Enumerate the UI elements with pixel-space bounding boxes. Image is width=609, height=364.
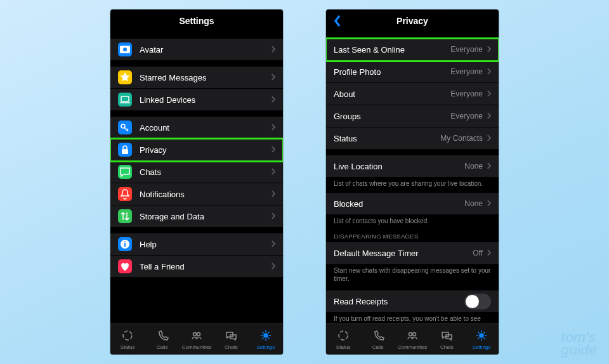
phone-icon [156,329,169,343]
back-button[interactable] [331,10,344,32]
arrows-icon [118,209,132,223]
settings-row-starred-messages[interactable]: Starred Messages [110,67,283,89]
avatar-icon [118,42,132,56]
tab-label: Status [336,344,351,350]
bell-icon [118,187,132,201]
read-receipts-toggle[interactable] [464,294,491,309]
svg-point-8 [197,332,200,335]
laptop-icon [118,93,132,107]
tab-communities[interactable]: Communities [395,324,429,354]
row-label: Profile Photo [334,67,450,77]
privacy-list[interactable]: Last Seen & OnlineEveryoneProfile PhotoE… [326,32,499,323]
row-label: Blocked [334,199,464,209]
settings-screen: Settings AvatarStarred MessagesLinked De… [110,10,283,354]
settings-row-help[interactable]: Help [110,233,283,256]
star-icon [118,70,132,84]
row-label: Privacy [140,145,271,155]
key-icon [118,120,132,134]
row-value: Everyone [450,89,483,98]
tab-label: Calls [372,344,384,350]
svg-point-9 [264,334,268,337]
settings-row-notifications[interactable]: Notifications [110,183,283,205]
tab-label: Chats [440,344,454,350]
gear-icon [475,329,488,343]
privacy-row-status[interactable]: StatusMy Contacts [326,127,499,149]
tab-label: Calls [157,344,168,350]
tab-calls[interactable]: Calls [145,324,179,354]
svg-point-6 [123,331,132,340]
section-hint: List of chats where you are sharing your… [326,177,499,189]
row-label: Notifications [140,190,271,199]
row-value: Everyone [450,67,483,76]
tab-chats[interactable]: Chats [214,324,248,354]
section-hint: List of contacts you have blocked. [326,214,499,226]
privacy-screen: Privacy Last Seen & OnlineEveryoneProfil… [326,10,499,354]
privacy-row-default-message-timer[interactable]: Default Message TimerOff [326,242,499,264]
svg-rect-2 [121,96,129,101]
settings-row-linked-devices[interactable]: Linked Devices [110,89,283,110]
tab-label: Status [121,344,135,350]
row-value: None [464,162,483,171]
row-value: Everyone [450,45,483,54]
section-hint: If you turn off read receipts, you won't… [326,312,499,323]
settings-row-storage-and-data[interactable]: Storage and Data [110,205,283,227]
row-value: My Contacts [440,134,483,143]
tab-status[interactable]: Status [110,324,145,354]
tab-settings[interactable]: Settings [249,324,283,354]
row-label: Tell a Friend [140,262,271,271]
settings-list[interactable]: AvatarStarred MessagesLinked DevicesAcco… [110,32,283,323]
row-value: Everyone [450,112,483,120]
gear-icon [259,329,272,343]
bubble-icon [118,165,132,179]
row-value: Off [473,249,483,257]
tab-communities[interactable]: Communities [180,324,214,354]
people-icon [190,329,203,343]
privacy-row-live-location[interactable]: Live LocationNone [326,155,499,177]
tab-settings[interactable]: Settings [464,324,499,354]
bubbles-icon [440,329,453,343]
ring-icon [121,329,134,343]
tab-label: Communities [398,344,428,350]
people-icon [406,329,419,343]
row-label: Read Receipts [334,297,464,306]
tab-chats[interactable]: Chats [429,324,464,354]
svg-point-13 [480,334,483,337]
privacy-row-read-receipts[interactable]: Read Receipts [326,290,499,312]
section-header: DISAPPEARING MESSAGES [326,226,499,242]
privacy-row-blocked[interactable]: BlockedNone [326,193,499,214]
row-label: Starred Messages [140,73,271,82]
svg-point-10 [339,331,348,340]
settings-row-chats[interactable]: Chats [110,161,283,183]
header: Settings [110,10,283,32]
row-label: Status [334,134,440,143]
row-label: Account [140,123,271,133]
row-label: Last Seen & Online [334,45,450,55]
tab-status[interactable]: Status [326,324,360,354]
privacy-row-profile-photo[interactable]: Profile PhotoEveryone [326,61,499,83]
privacy-row-about[interactable]: AboutEveryone [326,83,499,105]
tab-label: Communities [182,344,212,350]
lock-icon [118,143,132,157]
row-label: Storage and Data [140,212,271,221]
settings-row-account[interactable]: Account [110,117,283,139]
row-label: Help [140,240,271,249]
tab-label: Settings [472,344,490,350]
row-label: Groups [334,112,450,121]
svg-point-7 [193,332,197,335]
tab-label: Settings [256,344,275,350]
row-label: About [334,89,450,99]
svg-rect-4 [122,149,128,154]
privacy-row-groups[interactable]: GroupsEveryone [326,105,499,127]
settings-row-tell-a-friend[interactable]: Tell a Friend [110,256,283,277]
settings-row-privacy[interactable]: Privacy [110,139,283,161]
info-icon [118,237,132,251]
row-label: Linked Devices [140,95,271,105]
privacy-row-last-seen-online[interactable]: Last Seen & OnlineEveryone [326,39,499,61]
svg-point-11 [409,332,412,335]
ring-icon [337,329,350,343]
tab-label: Chats [225,344,238,350]
tab-calls[interactable]: Calls [360,324,395,354]
settings-row-avatar[interactable]: Avatar [110,39,283,60]
heart-icon [118,259,132,273]
row-label: Default Message Timer [334,249,473,258]
